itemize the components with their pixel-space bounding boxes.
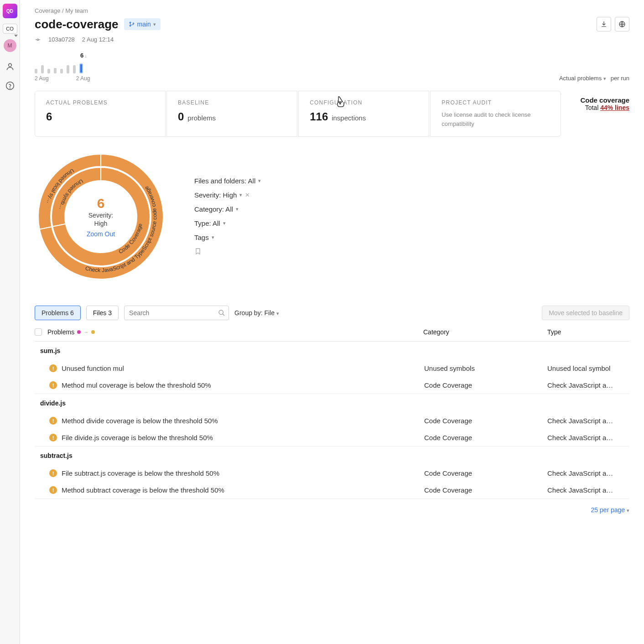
- zoom-out-button[interactable]: Zoom Out: [87, 230, 115, 238]
- clear-filter-icon[interactable]: ✕: [245, 192, 250, 198]
- filter-files[interactable]: Files and folders: All ▾: [194, 177, 261, 185]
- timeline-label: 2 Aug: [76, 75, 90, 82]
- bookmark-icon[interactable]: [194, 248, 261, 257]
- problem-row[interactable]: !Unused function mulUnused symbolsUnused…: [35, 360, 629, 377]
- card-label: PROJECT AUDIT: [441, 99, 550, 106]
- coverage-total-label: Total: [585, 104, 599, 111]
- problem-row[interactable]: !File divide.js coverage is below the th…: [35, 429, 629, 446]
- breadcrumb[interactable]: Coverage / My team: [35, 7, 629, 14]
- user-icon[interactable]: [5, 62, 15, 71]
- coverage-title: Code coverage: [580, 96, 629, 104]
- problem-desc: File divide.js coverage is below the thr…: [62, 434, 420, 441]
- file-header[interactable]: divide.js: [35, 394, 629, 412]
- problem-row[interactable]: !Method divide coverage is below the thr…: [35, 412, 629, 429]
- group-by-selector[interactable]: Group by: File ▾: [234, 309, 279, 317]
- card-sub: problems: [187, 114, 216, 122]
- problem-desc: Unused function mul: [62, 364, 420, 372]
- file-header[interactable]: subtract.js: [35, 447, 629, 465]
- problem-category: Unused symbols: [424, 364, 543, 372]
- move-to-baseline-button[interactable]: Move selected to baseline: [542, 306, 629, 320]
- sunburst-sev-label: Severity:: [88, 212, 113, 219]
- problem-row[interactable]: !Method mul coverage is below the thresh…: [35, 377, 629, 394]
- chevron-down-icon: ▾: [276, 311, 279, 316]
- sunburst-sev-value: High: [94, 220, 108, 227]
- timeline-bar-active[interactable]: [79, 63, 83, 73]
- commit-icon: [35, 36, 41, 43]
- timeline-bar[interactable]: [47, 69, 50, 73]
- timeline-bar[interactable]: [67, 65, 69, 73]
- avatar[interactable]: M: [4, 39, 16, 52]
- share-button[interactable]: [615, 17, 629, 31]
- timeline-bar[interactable]: [60, 69, 63, 73]
- column-header-problems[interactable]: Problems →: [47, 328, 418, 336]
- qodana-logo[interactable]: QD: [3, 4, 17, 18]
- timeline-bar[interactable]: [73, 65, 76, 73]
- timeline-count: 6: [80, 52, 83, 59]
- branch-label: main: [137, 21, 151, 28]
- timeline-bars[interactable]: [35, 61, 90, 73]
- card-label: CONFIGURATION: [310, 99, 418, 106]
- select-all-checkbox[interactable]: [35, 328, 42, 336]
- card-baseline[interactable]: BASELINE 0 problems: [166, 91, 297, 137]
- problem-row[interactable]: !File subtract.js coverage is below the …: [35, 465, 629, 482]
- card-configuration[interactable]: CONFIGURATION 116 inspections: [298, 91, 429, 137]
- filter-type[interactable]: Type: All ▾: [194, 219, 261, 227]
- search-input[interactable]: [124, 306, 229, 320]
- problem-category: Code Coverage: [424, 434, 543, 441]
- branch-selector[interactable]: main ▾: [124, 18, 161, 30]
- timeline-bar[interactable]: [35, 69, 37, 73]
- problem-desc: Method mul coverage is below the thresho…: [62, 381, 420, 389]
- tab-files[interactable]: Files 3: [86, 306, 119, 320]
- card-label: BASELINE: [178, 99, 286, 106]
- warning-icon: !: [49, 417, 57, 425]
- filter-severity[interactable]: Severity: High ▾ ✕: [194, 191, 261, 199]
- coverage-link[interactable]: 44% lines: [600, 104, 629, 111]
- severity-dot-high: [77, 330, 81, 334]
- problems-mode-toggle[interactable]: Actual problems ▾: [559, 75, 606, 82]
- warning-icon: !: [49, 381, 57, 389]
- problem-type: Check JavaScript a…: [547, 417, 629, 425]
- svg-point-12: [219, 310, 223, 314]
- svg-point-3: [130, 22, 130, 23]
- timeline-bar[interactable]: [54, 68, 57, 73]
- svg-point-5: [133, 23, 134, 24]
- problem-desc: Method divide coverage is below the thre…: [62, 417, 420, 425]
- card-project-audit[interactable]: PROJECT AUDIT Use license audit to check…: [430, 91, 561, 137]
- timeline-bar[interactable]: [41, 65, 44, 73]
- problem-type: Check JavaScript a…: [547, 381, 629, 389]
- branch-icon: [129, 21, 135, 27]
- arrow-down-icon: ↓: [84, 53, 87, 58]
- svg-point-4: [130, 25, 130, 26]
- timeline-label: 2 Aug: [35, 75, 49, 82]
- problem-category: Code Coverage: [424, 381, 543, 389]
- sunburst-chart[interactable]: Unused local sy… Check JavaScript and Ty…: [35, 151, 167, 283]
- card-value: 116: [310, 110, 328, 123]
- commit-hash[interactable]: 103a0728: [48, 36, 75, 43]
- chevron-down-icon: ▾: [153, 21, 156, 27]
- problem-desc: Method subtract coverage is below the th…: [62, 486, 420, 494]
- file-header[interactable]: sum.js: [35, 342, 629, 360]
- column-header-type[interactable]: Type: [547, 328, 629, 336]
- filter-tags[interactable]: Tags ▾: [194, 234, 261, 241]
- warning-icon: !: [49, 486, 57, 494]
- tab-problems[interactable]: Problems 6: [35, 306, 81, 320]
- svg-point-0: [8, 63, 11, 67]
- sunburst-count: 6: [87, 196, 115, 211]
- warning-icon: !: [49, 469, 57, 477]
- project-badge[interactable]: CO: [3, 24, 17, 34]
- problem-category: Code Coverage: [424, 469, 543, 477]
- code-coverage-summary: Code coverage Total 44% lines: [562, 91, 629, 137]
- commit-time: 2 Aug 12:14: [82, 36, 114, 43]
- pager[interactable]: 25 per page ▾: [35, 506, 629, 514]
- warning-icon: !: [49, 364, 57, 372]
- problem-row[interactable]: !Method subtract coverage is below the t…: [35, 482, 629, 499]
- card-actual-problems[interactable]: ACTUAL PROBLEMS 6: [35, 91, 166, 137]
- download-button[interactable]: [597, 17, 611, 31]
- help-icon[interactable]: [5, 81, 15, 90]
- download-icon: [600, 21, 608, 28]
- main-content: Coverage / My team code-coverage main ▾ …: [20, 0, 644, 644]
- column-header-category[interactable]: Category: [423, 328, 542, 336]
- chevron-down-icon: ▾: [258, 178, 261, 184]
- severity-dot-low: [91, 330, 95, 334]
- filter-category[interactable]: Category: All ▾: [194, 205, 261, 213]
